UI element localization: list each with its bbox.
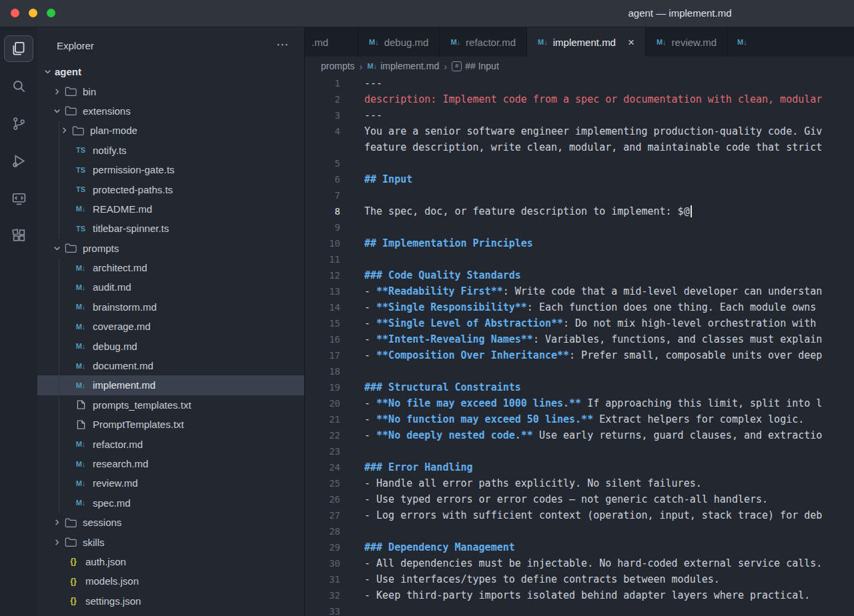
code-line-25[interactable]: 25- Handle all error paths explicitly. N… xyxy=(305,475,854,491)
json-file-icon: {} xyxy=(67,595,80,607)
tree-item-prompttemplates-txt[interactable]: PromptTemplates.txt xyxy=(37,415,304,434)
breadcrumb-label: ## Input xyxy=(465,61,499,71)
line-number: 12 xyxy=(305,270,340,281)
source-control-icon[interactable] xyxy=(0,105,37,142)
tree-item-notify-ts[interactable]: TSnotify.ts xyxy=(37,141,304,160)
code-line-15[interactable]: 15- **Single Level of Abstraction**: Do … xyxy=(305,315,854,331)
tree-item-label: bin xyxy=(83,86,96,97)
minimize-window-button[interactable] xyxy=(29,9,37,17)
code-line-1[interactable]: 1--- xyxy=(305,75,854,91)
line-number: 25 xyxy=(305,478,340,489)
code-line-22[interactable]: 22- **No deeply nested code.** Use early… xyxy=(305,427,854,443)
code-line-13[interactable]: 13- **Readability First**: Write code th… xyxy=(305,283,854,299)
chevron-down-icon xyxy=(51,105,63,117)
tree-item-label: audit.md xyxy=(93,281,131,293)
code-text: --- xyxy=(364,109,854,121)
code-line-23[interactable]: 23 xyxy=(305,443,854,459)
tree-item-settings-json[interactable]: {}settings.json xyxy=(37,591,304,611)
code-line-18[interactable]: 18 xyxy=(305,363,854,379)
tree-item-audit-md[interactable]: M↓audit.md xyxy=(37,277,304,297)
tree-item-document-md[interactable]: M↓document.md xyxy=(37,356,304,375)
tree-item-agent[interactable]: agent xyxy=(37,62,304,81)
tree-item-protected-paths-ts[interactable]: TSprotected-paths.ts xyxy=(37,179,304,199)
tree-item-bin[interactable]: bin xyxy=(37,81,304,101)
tree-item-label: notify.ts xyxy=(93,145,127,156)
explorer-icon[interactable] xyxy=(0,30,37,67)
tree-item-architect-md[interactable]: M↓architect.md xyxy=(37,258,304,277)
code-line-12[interactable]: 12### Code Quality Standards xyxy=(305,267,854,283)
tree-item-prompts[interactable]: prompts xyxy=(37,239,304,258)
code-line-31[interactable]: 31- Use interfaces/types to define contr… xyxy=(305,571,854,587)
tree-item-label: research.md xyxy=(93,458,148,469)
tree-item-brainstorm-md[interactable]: M↓brainstorm.md xyxy=(37,297,304,317)
tab-debug-md[interactable]: M↓debug.md xyxy=(358,27,440,57)
tree-item-spec-md[interactable]: M↓spec.md xyxy=(37,493,304,513)
tree-item-research-md[interactable]: M↓research.md xyxy=(37,454,304,473)
code-line-21[interactable]: 21- **No function may exceed 50 lines.**… xyxy=(305,411,854,427)
tab-partial[interactable]: M↓ xyxy=(728,27,752,57)
md-file-icon: M↓ xyxy=(74,477,87,489)
code-line-8[interactable]: 8The spec, doc, or feature description t… xyxy=(305,203,854,219)
code-line-6[interactable]: 6## Input xyxy=(305,171,854,187)
code-line-14[interactable]: 14- **Single Responsibility**: Each func… xyxy=(305,299,854,315)
tab-refactor-md[interactable]: M↓refactor.md xyxy=(440,27,527,57)
md-file-icon: M↓ xyxy=(74,301,87,313)
breadcrumb-item-implement-md[interactable]: M↓implement.md xyxy=(368,61,440,71)
tree-item-label: debug.md xyxy=(93,341,137,352)
code-line-29[interactable]: 29### Dependency Management xyxy=(305,539,854,555)
run-debug-icon[interactable] xyxy=(0,142,37,179)
tree-item-extensions[interactable]: extensions xyxy=(37,101,304,121)
code-line-11[interactable]: 11 xyxy=(305,251,854,267)
tab-implement-md[interactable]: M↓implement.md× xyxy=(527,27,646,57)
code-line-3[interactable]: 3--- xyxy=(305,107,854,123)
code-line-26[interactable]: 26- Use typed errors or error codes — no… xyxy=(305,491,854,507)
tree-item-models-json[interactable]: {}models.json xyxy=(37,571,304,591)
tree-item-titlebar-spinner-ts[interactable]: TStitlebar-spinner.ts xyxy=(37,219,304,238)
breadcrumb-item-input[interactable]: ### Input xyxy=(452,61,499,71)
code-line-20[interactable]: 20- **No file may exceed 1000 lines.** I… xyxy=(305,395,854,411)
code-line-wrap[interactable]: feature description, write clean, modula… xyxy=(305,139,854,155)
tab-review-md[interactable]: M↓review.md xyxy=(646,27,728,57)
tree-item-implement-md[interactable]: M↓implement.md xyxy=(37,375,304,395)
chevron-right-icon xyxy=(51,536,63,548)
code-line-17[interactable]: 17- **Composition Over Inheritance**: Pr… xyxy=(305,347,854,363)
code-line-9[interactable]: 9 xyxy=(305,219,854,235)
code-line-33[interactable]: 33 xyxy=(305,603,854,616)
code-line-28[interactable]: 28 xyxy=(305,523,854,539)
code-line-24[interactable]: 24### Error Handling xyxy=(305,459,854,475)
tree-item-label: settings.json xyxy=(85,595,141,607)
more-actions-icon[interactable]: ⋯ xyxy=(276,37,290,52)
zoom-window-button[interactable] xyxy=(47,9,55,17)
tree-item-auth-json[interactable]: {}auth.json xyxy=(37,552,304,571)
tree-item-prompts-templates-txt[interactable]: prompts_templates.txt xyxy=(37,395,304,415)
code-line-7[interactable]: 7 xyxy=(305,187,854,203)
tree-item-debug-md[interactable]: M↓debug.md xyxy=(37,336,304,355)
tree-item-plan-mode[interactable]: plan-mode xyxy=(37,121,304,140)
code-line-2[interactable]: 2description: Implement code from a spec… xyxy=(305,91,854,107)
tree-item-permission-gate-ts[interactable]: TSpermission-gate.ts xyxy=(37,160,304,179)
code-line-5[interactable]: 5 xyxy=(305,155,854,171)
extensions-icon[interactable] xyxy=(0,217,37,254)
close-tab-icon[interactable]: × xyxy=(628,37,634,48)
code-line-19[interactable]: 19### Structural Constraints xyxy=(305,379,854,395)
tree-item-label: architect.md xyxy=(93,262,147,273)
tree-item-readme-md[interactable]: M↓README.md xyxy=(37,199,304,219)
code-line-10[interactable]: 10## Implementation Principles xyxy=(305,235,854,251)
tab-md[interactable]: .md xyxy=(305,27,358,57)
remote-explorer-icon[interactable] xyxy=(0,179,37,217)
tree-item-sessions[interactable]: sessions xyxy=(37,513,304,532)
code-line-32[interactable]: 32- Keep third-party imports isolated be… xyxy=(305,587,854,603)
tree-item-skills[interactable]: skills xyxy=(37,532,304,551)
tree-item-refactor-md[interactable]: M↓refactor.md xyxy=(37,434,304,453)
breadcrumb-item-prompts[interactable]: prompts xyxy=(321,61,355,71)
line-number: 6 xyxy=(305,174,340,185)
tree-item-review-md[interactable]: M↓review.md xyxy=(37,473,304,493)
code-line-4[interactable]: 4You are a senior software engineer impl… xyxy=(305,123,854,139)
search-icon[interactable] xyxy=(0,67,37,105)
tree-item-coverage-md[interactable]: M↓coverage.md xyxy=(37,317,304,336)
code-line-27[interactable]: 27- Log errors with sufficient context (… xyxy=(305,507,854,523)
close-window-button[interactable] xyxy=(11,9,19,17)
code-line-30[interactable]: 30- All dependencies must be injectable.… xyxy=(305,555,854,571)
editor[interactable]: 1---2description: Implement code from a … xyxy=(305,75,854,616)
code-line-16[interactable]: 16- **Intent-Revealing Names**: Variable… xyxy=(305,331,854,347)
